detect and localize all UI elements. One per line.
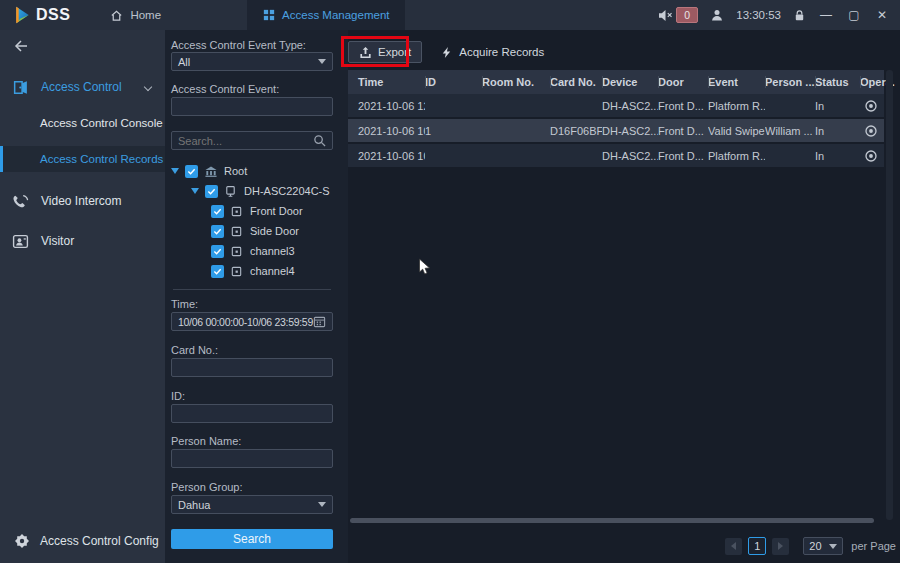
- id-input[interactable]: [171, 404, 333, 423]
- tree-node-label: DH-ASC2204C-S: [244, 185, 330, 197]
- column-header-person[interactable]: Person ...: [765, 70, 815, 94]
- dss-application-window: DSS Home Access Management: [0, 0, 900, 563]
- tree-node-channel[interactable]: channel4: [171, 261, 341, 281]
- table-row[interactable]: 2021-10-06 12... DH-ASC2... Front D... P…: [348, 94, 884, 117]
- device-icon: [224, 185, 237, 198]
- column-header-operation[interactable]: Opera.: [860, 70, 884, 94]
- door-channel-icon: [230, 265, 243, 278]
- checkbox-channel[interactable]: [211, 225, 224, 238]
- column-header-id[interactable]: ID: [425, 70, 482, 94]
- access-control-config-button[interactable]: Access Control Config: [0, 527, 165, 555]
- tree-node-device[interactable]: DH-ASC2204C-S: [171, 181, 341, 201]
- expand-arrow-icon[interactable]: [171, 168, 179, 174]
- view-detail-eye-icon[interactable]: [864, 99, 878, 113]
- mute-control[interactable]: 0: [658, 7, 698, 23]
- close-button[interactable]: ✕: [874, 8, 890, 22]
- table-row[interactable]: 2021-10-06 10... DH-ASC2... Front D... P…: [348, 144, 884, 167]
- check-icon: [213, 207, 222, 216]
- event-type-select[interactable]: All: [171, 52, 333, 71]
- view-detail-eye-icon[interactable]: [864, 149, 878, 163]
- card-no-input[interactable]: [171, 358, 333, 377]
- records-content: Export Acquire Records Time ID Room No. …: [348, 30, 900, 563]
- page-size-select[interactable]: 20: [803, 537, 843, 555]
- acquire-records-label: Acquire Records: [459, 46, 544, 58]
- column-header-room-no[interactable]: Room No.: [482, 70, 550, 94]
- search-icon[interactable]: [313, 134, 326, 147]
- cell-time: 2021-10-06 10...: [348, 125, 425, 137]
- person-group-value: Dahua: [178, 499, 318, 511]
- person-group-select[interactable]: Dahua: [171, 495, 333, 514]
- user-icon[interactable]: [710, 8, 724, 22]
- sidebar-item-access-control-console[interactable]: Access Control Console: [0, 108, 165, 138]
- export-button[interactable]: Export: [348, 41, 422, 63]
- filter-panel: Access Control Event Type: All Access Co…: [165, 30, 348, 563]
- home-icon: [110, 9, 123, 22]
- horizontal-scrollbar[interactable]: [350, 518, 874, 523]
- tab-access-management-label: Access Management: [282, 9, 389, 21]
- caret-down-icon: [318, 59, 326, 64]
- sidebar-subitem-label: Access Control Records: [40, 153, 163, 165]
- sidebar-item-visitor[interactable]: Visitor: [0, 226, 165, 256]
- footer-label: Access Control Config: [40, 534, 159, 548]
- checkbox-channel[interactable]: [211, 205, 224, 218]
- lock-icon[interactable]: [793, 9, 806, 22]
- tab-home-label: Home: [130, 9, 161, 21]
- column-header-card-no[interactable]: Card No.: [550, 70, 602, 94]
- next-page-button[interactable]: [772, 538, 789, 555]
- prev-page-button[interactable]: [725, 538, 742, 555]
- records-table-body: 2021-10-06 12... DH-ASC2... Front D... P…: [348, 94, 884, 169]
- checkbox-channel[interactable]: [211, 265, 224, 278]
- tree-node-label: Root: [224, 165, 247, 177]
- page-size-value: 20: [809, 540, 829, 552]
- column-header-time[interactable]: Time: [348, 70, 425, 94]
- minimize-button[interactable]: —: [818, 8, 834, 22]
- person-name-input[interactable]: [171, 449, 333, 468]
- cell-status: In: [815, 125, 860, 137]
- acquire-records-button[interactable]: Acquire Records: [430, 41, 554, 63]
- tree-node-channel[interactable]: Front Door: [171, 201, 341, 221]
- sidebar-item-video-intercom[interactable]: Video Intercom: [0, 186, 165, 216]
- tree-node-label: Side Door: [250, 225, 299, 237]
- checkbox-root[interactable]: [185, 165, 198, 178]
- visitor-icon: [12, 233, 29, 250]
- sidebar-item-label: Access Control: [41, 80, 133, 94]
- column-header-event[interactable]: Event: [708, 70, 765, 94]
- search-button[interactable]: Search: [171, 529, 333, 549]
- event-input[interactable]: [171, 97, 333, 116]
- checkbox-channel[interactable]: [211, 245, 224, 258]
- cell-id: 1: [425, 125, 482, 137]
- event-type-label: Access Control Event Type:: [171, 39, 306, 51]
- cell-time: 2021-10-06 12...: [348, 100, 425, 112]
- expand-arrow-icon[interactable]: [191, 188, 199, 194]
- tree-node-root[interactable]: Root: [171, 161, 341, 181]
- cell-card: D16F06BF: [550, 125, 602, 137]
- page-number-button[interactable]: 1: [748, 537, 766, 555]
- maximize-button[interactable]: ▢: [846, 8, 862, 22]
- time-range-picker[interactable]: 10/06 00:00:00-10/06 23:59:59: [171, 312, 333, 331]
- table-row-selected[interactable]: 2021-10-06 10... 1 D16F06BF DH-ASC2... F…: [348, 119, 884, 142]
- person-group-label: Person Group:: [171, 481, 243, 493]
- column-header-device[interactable]: Device: [602, 70, 658, 94]
- column-header-door[interactable]: Door: [658, 70, 708, 94]
- sidebar-item-access-control-records[interactable]: Access Control Records: [0, 146, 165, 172]
- column-header-status[interactable]: Status: [815, 70, 860, 94]
- tree-search-input[interactable]: [178, 135, 308, 147]
- sidebar-item-access-control[interactable]: Access Control: [0, 72, 165, 102]
- chevron-down-icon: [144, 83, 152, 91]
- checkbox-device[interactable]: [205, 185, 218, 198]
- tree-search-box[interactable]: [171, 131, 333, 150]
- door-channel-icon: [230, 205, 243, 218]
- view-detail-eye-icon[interactable]: [864, 124, 878, 138]
- tree-node-channel[interactable]: Side Door: [171, 221, 341, 241]
- tab-access-management[interactable]: Access Management: [247, 0, 405, 30]
- tab-home[interactable]: Home: [94, 0, 177, 30]
- caret-down-icon: [829, 544, 837, 549]
- back-button[interactable]: [0, 30, 165, 62]
- records-toolbar: Export Acquire Records: [348, 40, 554, 64]
- vertical-scrollbar[interactable]: [886, 70, 893, 520]
- cell-device: DH-ASC2...: [602, 100, 658, 112]
- tree-node-channel[interactable]: channel3: [171, 241, 341, 261]
- gear-icon: [14, 533, 30, 549]
- records-table-header: Time ID Room No. Card No. Device Door Ev…: [348, 70, 884, 94]
- speaker-muted-icon: [658, 9, 673, 22]
